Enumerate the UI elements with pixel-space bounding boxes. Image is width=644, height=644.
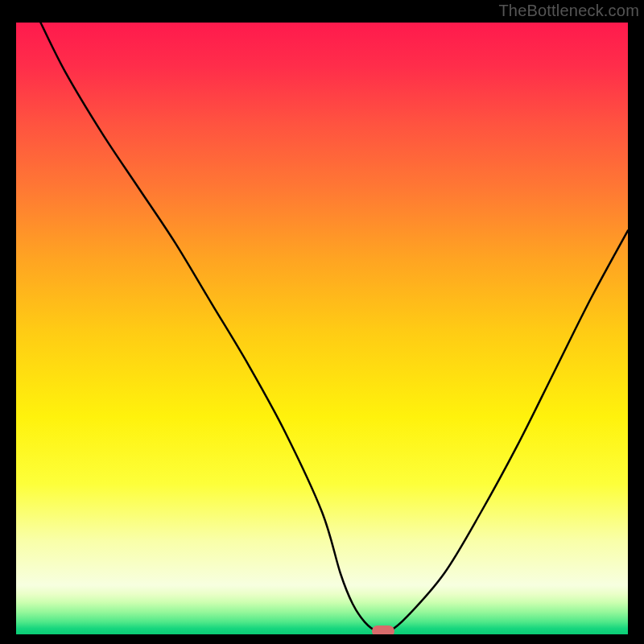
plot-area: [16, 23, 628, 634]
chart-frame: TheBottleneck.com: [0, 0, 644, 644]
bottleneck-curve: [16, 23, 628, 634]
optimal-point-marker: [372, 625, 394, 634]
watermark-text: TheBottleneck.com: [498, 2, 639, 20]
